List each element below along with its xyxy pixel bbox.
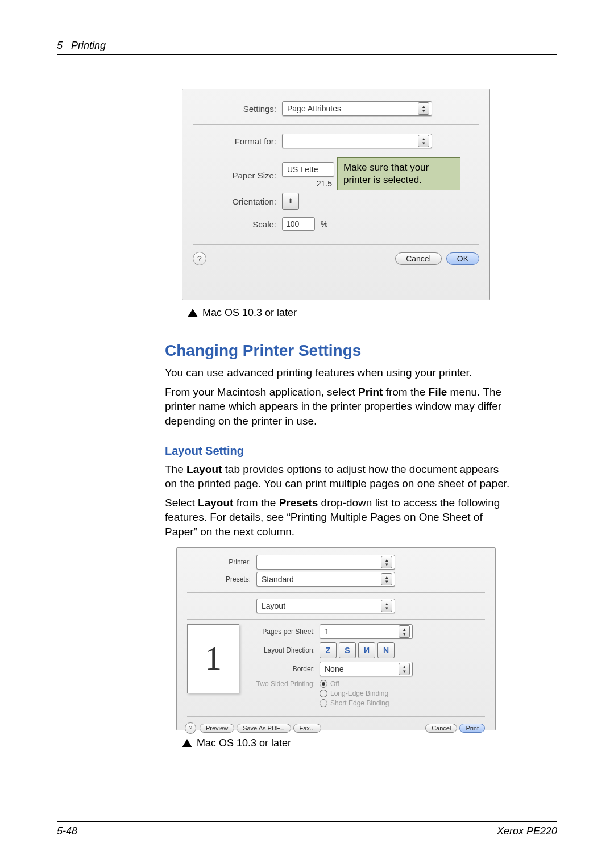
formatfor-popup[interactable] (282, 134, 432, 148)
subsection-heading: Layout Setting (165, 445, 512, 458)
page-number: 5-48 (57, 825, 77, 837)
cancel-button[interactable]: Cancel (395, 252, 442, 265)
scale-label: Scale: (182, 219, 282, 229)
help-button[interactable]: ? (193, 252, 206, 265)
printer-label: Printer: (177, 558, 256, 566)
papersize-label: Paper Size: (182, 171, 282, 180)
callout-printer-selected: Make sure that your printer is selected. (337, 157, 460, 190)
chapter-number: 5 (57, 40, 63, 51)
pages-per-sheet-popup[interactable]: 1 (320, 624, 413, 639)
triangle-icon (188, 309, 198, 317)
updown-icon (381, 600, 392, 612)
layout-direction-label: Layout Direction: (250, 646, 320, 654)
two-sided-off-radio[interactable] (320, 680, 327, 688)
papersize-popup[interactable]: US Lette (282, 162, 334, 177)
cancel-button[interactable]: Cancel (425, 724, 457, 733)
settings-popup[interactable]: Page Attributes (282, 101, 432, 116)
page-footer: 5-48 Xerox PE220 (57, 821, 557, 837)
fax-button[interactable]: Fax... (293, 724, 322, 733)
border-popup[interactable]: None (320, 662, 413, 676)
layout-direction-1-button[interactable]: Z (320, 642, 337, 658)
presets-popup[interactable]: Standard (256, 572, 395, 587)
settings-value: Page Attributes (287, 104, 341, 113)
two-sided-label: Two Sided Printing: (250, 680, 320, 688)
updown-icon (399, 663, 410, 675)
help-button[interactable]: ? (185, 722, 196, 734)
figure-caption: Mac OS 10.3 or later (188, 307, 512, 319)
scale-value: 100 (286, 219, 299, 229)
print-dialog: Printer: Presets: Standard Layout (176, 547, 496, 730)
help-icon: ? (189, 725, 192, 732)
orientation-label: Orientation: (182, 197, 282, 206)
formatfor-label: Format for: (182, 136, 282, 146)
updown-icon (381, 573, 392, 585)
two-sided-short-radio[interactable] (320, 699, 327, 707)
figure-caption: Mac OS 10.3 or later (182, 737, 512, 749)
body-text: From your Macintosh application, select … (165, 385, 512, 429)
updown-icon (399, 625, 410, 638)
updown-icon (418, 102, 429, 115)
page-setup-dialog: Settings: Page Attributes Format for: Pa… (182, 89, 490, 300)
print-button[interactable]: Print (459, 724, 485, 733)
settings-label: Settings: (182, 104, 282, 114)
ok-button[interactable]: OK (446, 252, 479, 265)
papersize-sub: 21.5 (282, 179, 334, 188)
preview-button[interactable]: Preview (200, 724, 234, 733)
help-icon: ? (197, 254, 202, 263)
save-as-pdf-button[interactable]: Save As PDF... (237, 724, 291, 733)
running-header: 5 Printing (57, 40, 557, 55)
pane-popup[interactable]: Layout (256, 599, 395, 613)
product-name: Xerox PE220 (497, 825, 557, 837)
chapter-title: Printing (71, 40, 106, 51)
printer-popup[interactable] (256, 555, 395, 570)
body-text: The Layout tab provides options to adjus… (165, 462, 512, 491)
presets-label: Presets: (177, 575, 256, 583)
portrait-icon: ⬆︎ (288, 197, 293, 205)
scale-unit: % (321, 219, 327, 229)
body-text: Select Layout from the Presets drop-down… (165, 496, 512, 539)
papersize-value: US Lette (287, 165, 318, 174)
updown-icon (418, 135, 429, 147)
layout-direction-4-button[interactable]: N (377, 642, 395, 658)
two-sided-long-radio[interactable] (320, 690, 327, 697)
updown-icon (381, 556, 392, 568)
body-text: You can use advanced printing features w… (165, 366, 512, 380)
triangle-icon (182, 739, 192, 747)
scale-input[interactable]: 100 (282, 217, 315, 231)
pages-per-sheet-label: Pages per Sheet: (250, 628, 320, 636)
orientation-portrait-button[interactable]: ⬆︎ (282, 193, 299, 210)
layout-direction-2-button[interactable]: S (339, 642, 356, 658)
layout-preview: 1 (187, 624, 239, 693)
border-label: Border: (250, 665, 320, 673)
layout-direction-3-button[interactable]: И (358, 642, 375, 658)
section-heading: Changing Printer Settings (165, 342, 512, 360)
